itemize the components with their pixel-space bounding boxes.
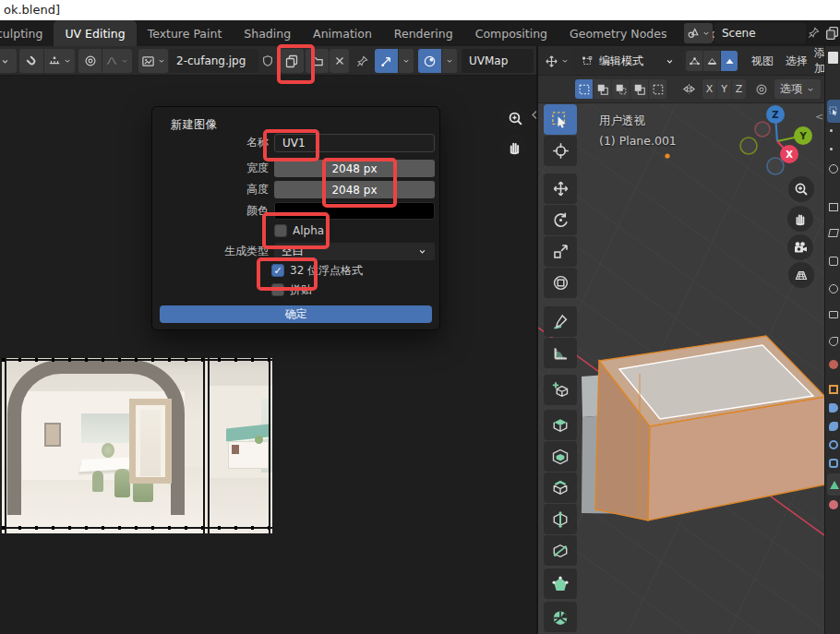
- tool-scale[interactable]: [544, 236, 577, 267]
- generated-type-dropdown[interactable]: 空白: [274, 243, 435, 260]
- tab-physics-icon[interactable]: [829, 440, 838, 449]
- proportional-edit-button[interactable]: [78, 49, 102, 73]
- uv-snap-dropdown[interactable]: [399, 49, 414, 73]
- tool-bevel[interactable]: [544, 473, 577, 503]
- select-extend-button[interactable]: [594, 79, 611, 99]
- view3d-editor-type-button[interactable]: [542, 49, 571, 73]
- tool-poly-build[interactable]: [544, 568, 577, 599]
- tool-annotate[interactable]: [544, 306, 577, 337]
- symmetry-y-button[interactable]: Y: [717, 79, 731, 99]
- tab-shading[interactable]: Shading: [233, 20, 302, 46]
- color-swatch[interactable]: [274, 202, 435, 220]
- select-mode-vertex[interactable]: [686, 51, 702, 71]
- menu-select[interactable]: 选择: [780, 46, 813, 76]
- tab-output-icon[interactable]: [829, 203, 838, 211]
- tab-fan-icon[interactable]: [829, 337, 838, 346]
- uv-image-view[interactable]: [2, 358, 272, 533]
- snap-toggle-button[interactable]: [19, 49, 43, 73]
- tab-render-icon[interactable]: [829, 164, 838, 173]
- properties-tab-tool-active[interactable]: [827, 100, 840, 123]
- new-image-button[interactable]: [280, 49, 304, 73]
- uvmap-field[interactable]: UVMap: [462, 49, 534, 73]
- select-intersect-button[interactable]: [649, 79, 666, 99]
- symmetry-x-button[interactable]: X: [702, 79, 716, 99]
- tab-world-gray-icon[interactable]: [829, 284, 838, 293]
- gizmo-neg-y[interactable]: [740, 138, 757, 154]
- tab-constraints-icon[interactable]: [829, 459, 838, 468]
- uv-pan-button[interactable]: [500, 133, 528, 161]
- tiled-checkbox[interactable]: [271, 283, 284, 296]
- select-mode-edge[interactable]: [703, 51, 720, 71]
- uv-sticky-dropdown[interactable]: [442, 49, 457, 73]
- menu-view[interactable]: 视图: [746, 46, 779, 76]
- select-subtract-button[interactable]: [612, 79, 630, 99]
- tool-rotate[interactable]: [544, 205, 577, 235]
- tool-spin[interactable]: [544, 602, 577, 632]
- editor-type-button-partial[interactable]: [0, 49, 17, 73]
- view3d-sidebar-toggle[interactable]: <: [815, 111, 823, 123]
- tab-particles-icon[interactable]: [829, 422, 838, 431]
- select-mode-face[interactable]: [721, 51, 738, 71]
- tool-select-box[interactable]: [544, 104, 577, 135]
- tab-uv-editing[interactable]: UV Editing: [54, 20, 136, 46]
- pan-button-bg[interactable]: [787, 206, 813, 232]
- tool-transform[interactable]: [544, 268, 577, 298]
- pin-image-button[interactable]: [353, 49, 371, 73]
- tab-scene-icon[interactable]: [829, 257, 838, 266]
- alpha-checkbox[interactable]: [274, 224, 287, 237]
- tool-measure[interactable]: [544, 338, 577, 368]
- tab-geometry-nodes[interactable]: Geometry Nodes: [558, 20, 678, 46]
- options-dropdown[interactable]: 选项: [774, 79, 821, 99]
- proportional-edit-toggle[interactable]: [752, 79, 771, 99]
- perspective-button-bg[interactable]: [788, 262, 814, 288]
- menu-add-partial[interactable]: 添加: [814, 46, 824, 76]
- tab-data-active[interactable]: [827, 473, 840, 496]
- gizmo-neg-x[interactable]: [755, 122, 770, 137]
- tool-move[interactable]: [544, 173, 577, 204]
- tab-object-icon[interactable]: [829, 385, 838, 394]
- tool-add-cube[interactable]: [544, 375, 577, 405]
- tab-compositing[interactable]: Compositing: [464, 20, 558, 46]
- float-format-checkbox[interactable]: ✓: [271, 264, 284, 277]
- uv-snap-toggle[interactable]: [375, 49, 398, 73]
- open-image-button[interactable]: [306, 49, 329, 73]
- tool-knife[interactable]: [544, 535, 577, 566]
- tool-cursor[interactable]: [544, 136, 577, 166]
- properties-editor-type-icon[interactable]: [828, 52, 838, 64]
- scene-selector-button[interactable]: [684, 23, 713, 43]
- tab-world-icon[interactable]: [829, 360, 838, 369]
- image-name-field[interactable]: 2-cufang.jpg: [169, 49, 258, 73]
- unlink-image-button[interactable]: [330, 49, 349, 73]
- gizmo-neg-z[interactable]: [767, 158, 784, 174]
- name-field[interactable]: UV1: [274, 134, 435, 152]
- editor-split-vertical[interactable]: [536, 46, 538, 634]
- tab-rendering[interactable]: Rendering: [383, 20, 464, 46]
- uv-zoom-button[interactable]: [501, 104, 529, 132]
- select-invert-button[interactable]: [630, 79, 648, 99]
- uv-sticky-toggle[interactable]: [418, 49, 441, 73]
- tab-material-icon[interactable]: [829, 500, 838, 509]
- tab-texture-paint[interactable]: Texture Paint: [137, 20, 234, 46]
- scene-name-field[interactable]: Scene: [714, 23, 806, 43]
- tool-extrude-region[interactable]: [544, 410, 577, 440]
- height-slider[interactable]: 2048 px: [274, 181, 435, 198]
- select-set-button[interactable]: [575, 79, 593, 99]
- scene-pin-button[interactable]: [807, 26, 821, 40]
- fake-user-button[interactable]: [259, 49, 276, 73]
- mode-dropdown[interactable]: 编辑模式: [573, 49, 682, 73]
- mirror-toggle[interactable]: [678, 79, 699, 99]
- confirm-button[interactable]: 确定: [160, 305, 432, 323]
- tab-animation[interactable]: Animation: [302, 20, 383, 46]
- tab-collection-icon[interactable]: [829, 311, 838, 318]
- scene-copy-button[interactable]: [824, 25, 840, 41]
- tool-loop-cut[interactable]: [544, 504, 577, 534]
- width-slider[interactable]: 2048 px: [274, 160, 435, 177]
- symmetry-z-button[interactable]: Z: [732, 79, 746, 99]
- tab-viewlayer-icon[interactable]: [828, 229, 839, 237]
- falloff-dropdown[interactable]: [102, 49, 132, 73]
- tool-inset-faces[interactable]: [544, 441, 577, 472]
- image-browse-dropdown[interactable]: [138, 49, 168, 73]
- snap-mode-dropdown[interactable]: [44, 49, 75, 73]
- tab-modifiers-icon[interactable]: [829, 403, 838, 413]
- view3d-canvas[interactable]: Z Y X <: [538, 103, 824, 634]
